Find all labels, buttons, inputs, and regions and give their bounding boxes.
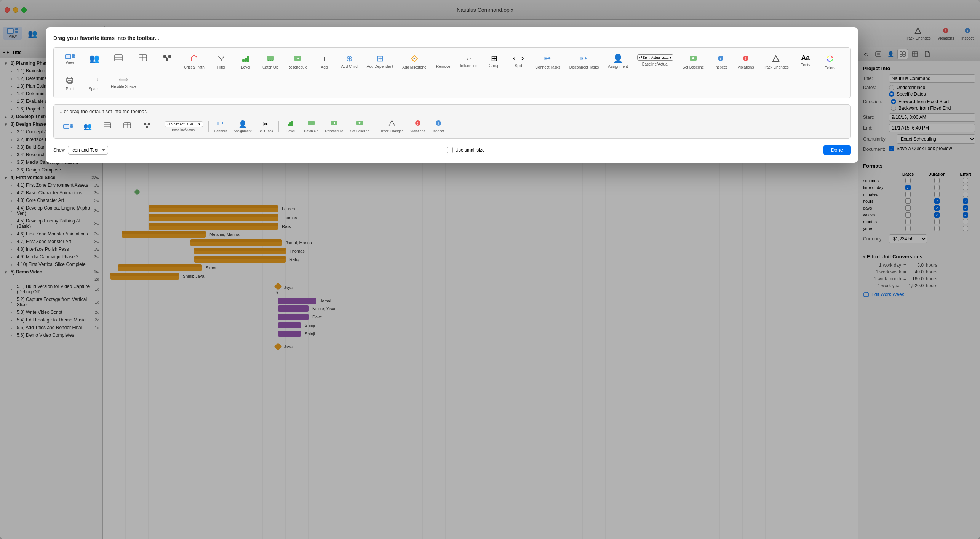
ti-flexible-space[interactable]: ⟺ Flexible Space (107, 74, 140, 93)
svg-point-106 (692, 57, 694, 59)
svg-text:+: + (413, 57, 415, 61)
ti-table-icon (114, 54, 123, 63)
di-catch-up-icon (307, 120, 315, 128)
di-network[interactable] (137, 121, 157, 132)
ti-add-dependent[interactable]: ⊞ Add Dependent (363, 52, 397, 72)
ti-table[interactable] (107, 52, 130, 72)
di-split-task[interactable]: ✂ Split Task (256, 118, 276, 134)
di-level[interactable]: Level (281, 118, 300, 134)
ti-group[interactable]: ⊞ Group (483, 52, 505, 72)
ti-violations-label: Violations (737, 65, 754, 69)
di-sep3 (278, 121, 279, 132)
ti-print-label: Print (66, 87, 74, 91)
ti-filter-icon (217, 54, 225, 64)
di-ba-label: Baseline/Actual (172, 128, 195, 132)
ti-space[interactable]: Space (83, 74, 106, 93)
ti-catch-up[interactable]: Catch Up (259, 52, 282, 72)
di-set-baseline[interactable]: Set Baseline (347, 118, 372, 134)
svg-rect-128 (289, 122, 291, 126)
di-split-table[interactable] (118, 121, 137, 132)
ti-network[interactable] (156, 52, 179, 72)
done-button[interactable]: Done (823, 145, 851, 155)
ti-level[interactable]: Level (234, 52, 257, 72)
ti-view[interactable]: View (58, 52, 81, 72)
ti-add-child[interactable]: ⊕ Add Child (337, 52, 361, 72)
ti-critical-path-label: Critical Path (184, 65, 205, 69)
di-inspect[interactable]: i Inspect (429, 118, 448, 134)
svg-line-125 (147, 124, 148, 126)
ti-assignment[interactable]: 👤 Assignment (604, 52, 631, 72)
svg-point-133 (359, 122, 361, 124)
ti-influences-label: Influences (460, 64, 478, 68)
ti-people[interactable]: 👥 (83, 52, 106, 72)
di-split-table-icon (123, 122, 131, 130)
svg-rect-115 (104, 123, 111, 128)
di-people-icon: 👥 (83, 122, 92, 131)
ti-level-icon (241, 54, 250, 64)
svg-text:!: ! (745, 56, 747, 61)
ti-baseline-actual[interactable]: ⇄ Split: Actual vs.... ▾ Baseline/Actual (633, 52, 678, 72)
ti-split[interactable]: ⟺ Split (507, 52, 530, 72)
ti-track-changes[interactable]: Track Changes (759, 52, 792, 72)
ti-add[interactable]: + Add (313, 52, 336, 72)
ti-influences[interactable]: ↔ Influences (456, 52, 481, 72)
di-view[interactable] (58, 123, 77, 130)
ti-filter-label: Filter (217, 65, 225, 69)
ti-reschedule[interactable]: Reschedule (284, 52, 312, 72)
ti-baseline-actual-icon: ⇄ Split: Actual vs.... ▾ (637, 54, 674, 61)
di-connect[interactable]: Connect (211, 118, 230, 134)
ti-critical-path[interactable]: Critical Path (180, 52, 208, 72)
ti-group-icon: ⊞ (491, 54, 497, 62)
ti-baseline-actual-label: Baseline/Actual (642, 62, 668, 66)
ti-level-label: Level (241, 65, 250, 69)
ti-split-table[interactable] (131, 52, 154, 72)
di-track-changes[interactable]: Track Changes (377, 118, 407, 134)
ti-fonts-icon: Aa (801, 54, 810, 61)
ti-set-baseline[interactable]: Set Baseline (679, 52, 708, 72)
di-table[interactable] (98, 121, 117, 132)
svg-rect-103 (544, 57, 547, 60)
ti-fonts-label: Fonts (801, 63, 810, 67)
ti-colors[interactable]: Colors (819, 52, 841, 72)
di-assignment[interactable]: 👤 Assignment (231, 118, 255, 134)
di-set-baseline-label: Set Baseline (350, 129, 369, 133)
ti-violations[interactable]: ! Violations (734, 52, 758, 72)
main-window: Nautilus Command.oplx View 👥 (0, 0, 980, 539)
dialog-title: Drag your favorite items into the toolba… (53, 35, 851, 41)
small-size-label: Use small size (455, 147, 484, 153)
di-people[interactable]: 👥 (78, 121, 97, 132)
ti-add-icon: + (321, 54, 327, 64)
ti-filter[interactable]: Filter (210, 52, 233, 72)
show-select[interactable]: Icon and Text Icon Only Text Only (68, 146, 108, 155)
ti-reschedule-label: Reschedule (288, 65, 308, 69)
di-network-icon (143, 122, 151, 130)
ti-space-label: Space (89, 87, 99, 91)
ti-flexible-space-label: Flexible Space (111, 85, 136, 89)
ti-print[interactable]: Print (58, 74, 81, 93)
ti-fonts[interactable]: Aa Fonts (794, 52, 817, 72)
ti-add-milestone[interactable]: + Add Milestone (398, 52, 430, 72)
di-track-changes-icon (388, 120, 396, 128)
di-sep4 (375, 121, 375, 132)
ti-split-label: Split (515, 64, 522, 68)
di-sep1 (159, 121, 159, 132)
ti-disconnect-tasks[interactable]: Disconnect Tasks (566, 52, 603, 72)
ti-catch-up-icon (266, 54, 275, 64)
di-connect-icon (217, 120, 224, 128)
ti-connect-tasks[interactable]: Connect Tasks (531, 52, 564, 72)
di-track-changes-label: Track Changes (380, 129, 404, 133)
di-sep2 (208, 121, 209, 132)
di-reschedule[interactable]: Reschedule (322, 118, 346, 134)
small-size-checkbox[interactable] (447, 147, 453, 153)
di-level-label: Level (286, 129, 295, 133)
ti-add-milestone-icon: + (410, 54, 419, 64)
di-baseline-actual[interactable]: ⇄ Split: Actual vs.... ▾ Baseline/Actual (161, 120, 206, 133)
svg-rect-114 (91, 78, 97, 82)
ti-remove[interactable]: — Remove (432, 52, 455, 72)
di-assignment-icon: 👤 (238, 120, 247, 128)
ti-inspect[interactable]: i Inspect (709, 52, 732, 72)
svg-rect-91 (163, 55, 166, 58)
di-catch-up[interactable]: Catch Up (301, 118, 321, 134)
di-violations[interactable]: ! Violations (407, 118, 428, 134)
svg-text:i: i (438, 121, 439, 125)
